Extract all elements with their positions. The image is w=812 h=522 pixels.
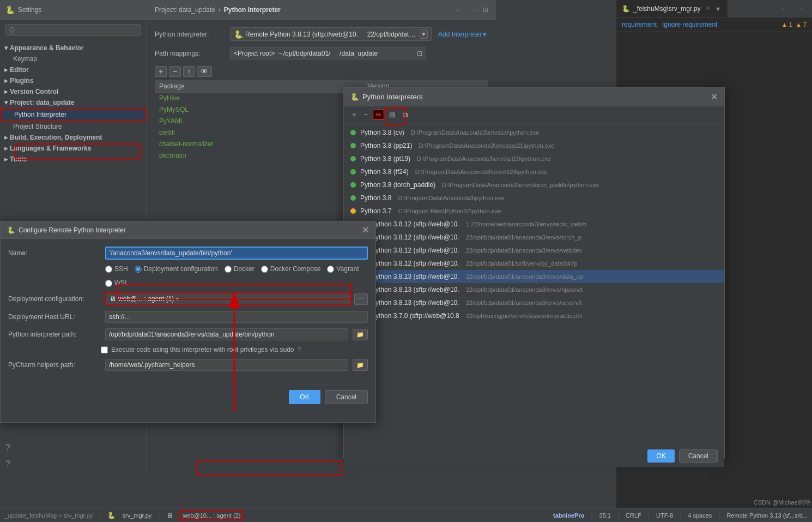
- list-item[interactable]: ote Python 3.8.13 (sftp://web@10.22/opt/…: [344, 270, 724, 283]
- sidebar-item-version-control[interactable]: ▸ Version Control: [0, 86, 147, 97]
- dialog-interpreter-path-input[interactable]: [105, 328, 348, 340]
- ignore-requirement-label[interactable]: Ignore requirement: [662, 21, 717, 28]
- settings-search-input[interactable]: [9, 26, 137, 34]
- editor-nav-forward-button[interactable]: →: [795, 3, 807, 14]
- statusbar-agent-label[interactable]: web@10... : agent (2): [179, 511, 244, 520]
- pkg-add-button[interactable]: +: [155, 66, 167, 77]
- tab-dropdown-button[interactable]: ▾: [714, 3, 722, 14]
- list-item[interactable]: ote Python 3.8.12 (sftp://web@10.22/opt/…: [344, 257, 724, 270]
- helpers-browse-button[interactable]: 📁: [353, 359, 368, 371]
- radio-vagrant-label: Vagrant: [336, 265, 359, 273]
- statusbar-filename: srv_mgr.py: [122, 512, 152, 519]
- radio-vagrant[interactable]: Vagrant: [327, 265, 359, 273]
- list-item[interactable]: Python 3.8 (tf24)D:\ProgramData\Anaconda…: [344, 165, 724, 178]
- interpreter-path: 22/opt/bdp/data01/anaconda3/envs/torch_p: [466, 234, 581, 241]
- configure-remote-dialog: 🐍 Configure Remote Python Interpreter ✕ …: [0, 221, 376, 423]
- sidebar-item-editor[interactable]: ▸ Editor: [0, 64, 147, 75]
- interpreter-path-browse-button[interactable]: 📁: [353, 329, 368, 340]
- path-mappings-browse-icon[interactable]: ⊡: [417, 50, 422, 57]
- sidebar-label: Project Structure: [13, 123, 62, 130]
- tab-close-button[interactable]: ✕: [706, 5, 711, 11]
- interpreter-path: 22/opt/bdp/data01/anaconda3/envs/hpasrv/…: [466, 286, 583, 293]
- interp-remove-button[interactable]: −: [361, 110, 371, 120]
- list-item[interactable]: ote Python 3.8.12 (sftp://web@10.22/opt/…: [344, 231, 724, 244]
- sidebar-item-build[interactable]: ▸ Build, Execution, Deployment: [0, 132, 147, 143]
- interpreters-toolbar: + − ✏ ⊟ ⧉: [344, 106, 724, 124]
- radio-docker[interactable]: Docker: [225, 265, 254, 273]
- list-item[interactable]: Python 3.8 (cv)D:\ProgramData\Anaconda3\…: [344, 126, 724, 139]
- sudo-checkbox[interactable]: [101, 346, 108, 353]
- interpreter-path: D:\ProgramData\Anaconda3\envs\tf24\pytho…: [415, 169, 548, 175]
- settings-search-box[interactable]: [5, 24, 141, 36]
- statusbar: _update_feishuMsg > srv_mgr.py | 🐍 srv_m…: [0, 508, 812, 522]
- list-item[interactable]: ote Python 3.8.12 (sftp://web@10.22/opt/…: [344, 244, 724, 257]
- dialog-name-input[interactable]: [105, 247, 368, 260]
- radio-ssh[interactable]: SSH: [105, 265, 128, 273]
- dialog-deployment-select[interactable]: 🖥 web@... : agent (1) ▾: [105, 292, 352, 305]
- interpreter-name: Python 3.8 (torch_paddle): [360, 181, 435, 189]
- pkg-remove-button[interactable]: −: [169, 66, 181, 77]
- interp-filter-button[interactable]: ⊟: [386, 110, 398, 120]
- list-item[interactable]: ote Python 3.8.12 (sftp://web@10.1:22/ho…: [344, 218, 724, 231]
- dialog-deployment-label: Deployment configuration:: [8, 295, 101, 303]
- dialog-cancel-button[interactable]: Cancel: [325, 390, 368, 404]
- statusbar-breadcrumb: _update_feishuMsg > srv_mgr.py: [4, 512, 93, 519]
- sidebar-item-tools[interactable]: ▸ Tools: [0, 154, 147, 165]
- dialog-titlebar: 🐍 Configure Remote Python Interpreter ✕: [1, 221, 375, 239]
- list-item[interactable]: Python 3.8 (pt19)D:\ProgramData\Anaconda…: [344, 152, 724, 165]
- path-mappings-field-row: Path mappings: <Project root> →/opt/bdp/…: [155, 47, 488, 59]
- list-item[interactable]: ote Python 3.8.13 (sftp://web@10.22/opt/…: [344, 296, 724, 309]
- sidebar-item-languages[interactable]: ▸ Languages & Frameworks: [0, 143, 147, 154]
- interpreters-ok-button[interactable]: OK: [647, 449, 674, 463]
- sidebar-label: Build, Execution, Deployment: [10, 134, 102, 141]
- radio-docker-compose[interactable]: Docker Compose: [261, 265, 321, 273]
- sidebar-label: Version Control: [10, 88, 58, 95]
- sidebar-item-plugins[interactable]: ▸ Plugins: [0, 75, 147, 86]
- add-interpreter-button[interactable]: Add Interpreter ▾: [436, 29, 488, 39]
- dialog-radio-group: SSH Deployment configuration Docker Dock…: [105, 265, 368, 287]
- list-item[interactable]: Python 3.8D:\ProgramData\Anaconda3\pytho…: [344, 191, 724, 205]
- interpreters-cancel-button[interactable]: Cancel: [679, 449, 718, 463]
- list-item[interactable]: Python 3.8 (torch_paddle)D:\ProgramData\…: [344, 178, 724, 191]
- interpreter-dropdown-button[interactable]: ▾: [420, 29, 428, 39]
- list-item[interactable]: Python 3.8 (pp21)D:\ProgramData\Anaconda…: [344, 139, 724, 152]
- sidebar-item-project-structure[interactable]: Project Structure: [0, 121, 147, 132]
- deployment-browse-button[interactable]: ⋯: [354, 293, 368, 305]
- requirement-label[interactable]: requirement: [622, 21, 657, 28]
- interpreter-path: 22/opt/bdp/data01/anaconda3/envs/data_up: [466, 273, 583, 280]
- help-icon-bottom[interactable]: ?: [5, 459, 10, 469]
- dialog-helpers-input[interactable]: [105, 359, 348, 371]
- expand-icon: ▸: [4, 145, 8, 152]
- list-item[interactable]: Python 3.7C:\Program Files\Python37\pyth…: [344, 205, 724, 218]
- pkg-up-button[interactable]: ↑: [183, 66, 195, 77]
- radio-wsl[interactable]: WSL: [105, 279, 129, 287]
- list-item[interactable]: ote Python 3.7.0 (sftp://web@10.822/opt/…: [344, 309, 724, 322]
- pin-icon[interactable]: ⊞: [483, 6, 488, 14]
- dialog-close-button[interactable]: ✕: [362, 226, 369, 235]
- sidebar-item-keymap[interactable]: Keymap: [0, 53, 147, 64]
- interpreters-panel-close-button[interactable]: ✕: [711, 93, 718, 101]
- dialog-host-input[interactable]: [105, 311, 368, 323]
- interp-copy-button[interactable]: ⧉: [400, 110, 410, 120]
- radio-ssh-label: SSH: [114, 265, 128, 273]
- statusbar-crlf[interactable]: CRLF: [626, 512, 641, 519]
- statusbar-encoding[interactable]: UTF-8: [656, 512, 673, 519]
- sidebar-item-project[interactable]: ▾ Project: data_update: [0, 97, 147, 108]
- radio-deployment[interactable]: Deployment configuration: [135, 265, 218, 273]
- editor-nav-back-button[interactable]: ←: [778, 3, 790, 14]
- nav-forward-button[interactable]: →: [468, 4, 480, 15]
- interp-add-button[interactable]: +: [349, 110, 359, 120]
- pkg-show-button[interactable]: 👁: [197, 66, 212, 77]
- editor-tab-srv-mgr[interactable]: 🐍 _feishuMsg\srv_mgr.py ✕ ▾: [616, 0, 728, 17]
- sidebar-item-appearance[interactable]: ▾ Appearance & Behavior: [0, 43, 147, 53]
- help-icon-top[interactable]: ?: [5, 443, 10, 453]
- sudo-help-icon[interactable]: ?: [298, 346, 301, 353]
- statusbar-agent-icon: 🖥: [166, 512, 173, 519]
- statusbar-indent[interactable]: 4 spaces: [688, 512, 712, 519]
- interpreter-value[interactable]: 🐍 Remote Python 3.8.13 (sftp://web@10. 2…: [230, 27, 432, 41]
- nav-back-button[interactable]: ←: [452, 4, 464, 15]
- sidebar-item-python-interpreter[interactable]: Python Interpreter: [0, 108, 147, 121]
- interp-edit-button[interactable]: ✏: [373, 110, 384, 120]
- dialog-ok-button[interactable]: OK: [289, 390, 320, 404]
- list-item[interactable]: ote Python 3.8.13 (sftp://web@10.22/opt/…: [344, 283, 724, 296]
